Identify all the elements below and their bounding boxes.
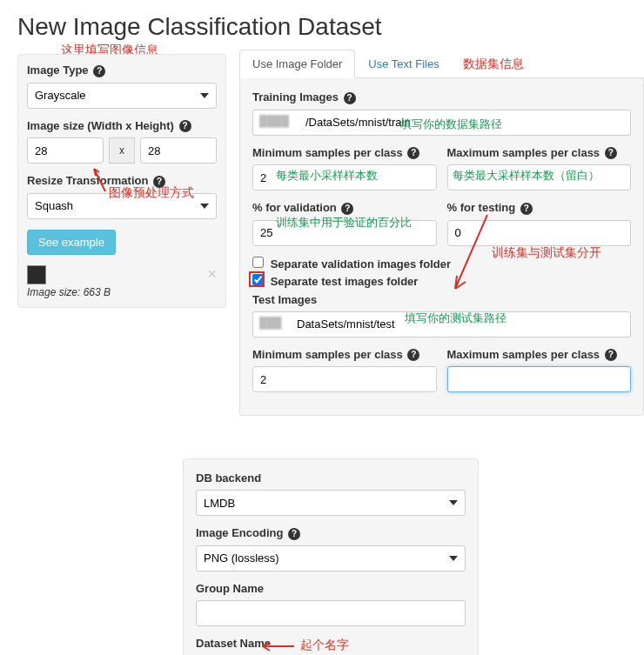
image-width-input[interactable] xyxy=(27,137,104,164)
dataset-panel: Use Image Folder Use Text Files 数据集信息 Tr… xyxy=(239,50,644,416)
group-name-input[interactable] xyxy=(196,600,466,626)
db-backend-select[interactable]: LMDB xyxy=(196,490,466,516)
test-images-input[interactable] xyxy=(252,311,631,338)
annotation-top-right: 数据集信息 xyxy=(463,50,524,77)
sep-validation-checkbox[interactable] xyxy=(252,257,264,268)
sep-test-row: Separate test images folder xyxy=(252,274,631,288)
close-icon[interactable]: × xyxy=(207,265,217,284)
help-icon[interactable]: ? xyxy=(288,528,300,540)
dataset-name-label: Dataset Name xyxy=(196,637,466,650)
training-images-label: Training Images ? xyxy=(252,90,631,104)
help-icon[interactable]: ? xyxy=(93,65,105,77)
image-height-input[interactable] xyxy=(140,137,217,164)
image-encoding-label: Image Encoding ? xyxy=(196,526,466,540)
dataset-meta-panel: DB backend LMDB Image Encoding ? PNG (lo… xyxy=(183,458,479,655)
max-samples2-label: Maximum samples per class ? xyxy=(447,348,632,362)
pct-testing-label: % for testing ? xyxy=(447,201,632,215)
pct-validation-label: % for validation ? xyxy=(252,201,437,215)
dimension-x: x xyxy=(109,137,135,164)
resize-select[interactable]: Squash xyxy=(27,193,217,219)
image-size-label: Image size (Width x Height) ? xyxy=(27,119,217,133)
help-icon[interactable]: ? xyxy=(520,203,533,215)
test-images-label: Test Images xyxy=(252,293,631,306)
tab-image-folder[interactable]: Use Image Folder xyxy=(239,50,355,78)
image-type-select[interactable]: Grayscale xyxy=(27,83,217,109)
help-icon[interactable]: ? xyxy=(605,147,617,159)
example-thumbnail xyxy=(27,265,46,284)
sep-validation-row: Separate validation images folder xyxy=(252,257,631,271)
min-samples2-label: Minimum samples per class ? xyxy=(252,348,437,362)
tab-text-files[interactable]: Use Text Files xyxy=(355,50,452,78)
help-icon[interactable]: ? xyxy=(341,203,353,215)
see-example-button[interactable]: See example xyxy=(27,230,116,255)
image-type-label: Image Type ? xyxy=(27,63,217,77)
min-samples2-input[interactable] xyxy=(252,366,437,392)
image-encoding-select[interactable]: PNG (lossless) xyxy=(196,545,466,571)
resize-label: Resize Transformation ? xyxy=(27,174,217,188)
pct-validation-input[interactable] xyxy=(252,220,437,246)
help-icon[interactable]: ? xyxy=(407,147,419,159)
help-icon[interactable]: ? xyxy=(407,349,419,361)
page-title: New Image Classification Dataset xyxy=(17,13,635,41)
min-samples-label: Minimum samples per class ? xyxy=(252,146,437,160)
help-icon[interactable]: ? xyxy=(344,92,356,104)
pct-testing-input[interactable] xyxy=(447,220,632,246)
image-settings-panel: Image Type ? Grayscale Image size (Width… xyxy=(17,54,226,308)
help-icon[interactable]: ? xyxy=(153,176,165,188)
help-icon[interactable]: ? xyxy=(605,349,617,361)
thumb-caption: Image size: 663 B xyxy=(27,286,217,298)
max-samples-input[interactable] xyxy=(447,164,632,190)
tabs: Use Image Folder Use Text Files 数据集信息 xyxy=(239,50,644,78)
max-samples-label: Maximum samples per class ? xyxy=(447,146,632,160)
db-backend-label: DB backend xyxy=(196,471,466,485)
min-samples-input[interactable] xyxy=(252,164,437,190)
help-icon[interactable]: ? xyxy=(179,120,191,132)
group-name-label: Group Name xyxy=(196,582,466,595)
training-images-input[interactable] xyxy=(252,110,631,136)
max-samples2-input[interactable] xyxy=(447,366,632,392)
